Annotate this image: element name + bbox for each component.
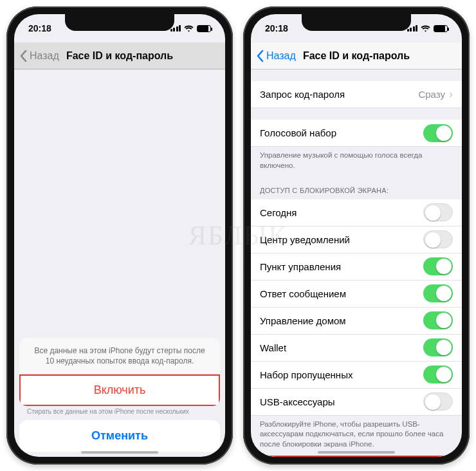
- home-indicator: [81, 451, 158, 454]
- cancel-button[interactable]: Отменить: [19, 420, 220, 452]
- toggle-control[interactable]: [423, 257, 453, 275]
- row-reply[interactable]: Ответ сообщением: [251, 281, 462, 308]
- toggle-reply[interactable]: [423, 284, 453, 302]
- row-today[interactable]: Сегодня: [251, 199, 462, 226]
- status-time: 20:18: [265, 23, 288, 33]
- status-time: 20:18: [28, 23, 51, 33]
- enable-button[interactable]: Включить: [19, 374, 220, 406]
- chevron-left-icon: [256, 50, 264, 62]
- row-erase-data[interactable]: Стирание данных: [251, 456, 462, 457]
- wifi-icon: [421, 25, 430, 32]
- phone-right: 20:18 Назад Face ID и код-пароль Запрос …: [243, 6, 470, 465]
- sheet-message: Все данные на этом iPhone будут стерты п…: [19, 338, 220, 374]
- usb-footer: Разблокируйте iPhone, чтобы разрешить US…: [251, 416, 462, 456]
- notch: [302, 14, 411, 31]
- toggle-wallet[interactable]: [423, 338, 453, 356]
- back-button[interactable]: Назад: [251, 50, 296, 62]
- action-sheet: Все данные на этом iPhone будут стерты п…: [14, 333, 225, 457]
- peek-text: Стирать все данные на этом iPhone после …: [19, 406, 220, 415]
- notch: [65, 14, 174, 31]
- toggle-home[interactable]: [423, 311, 453, 329]
- toggle-voice[interactable]: [423, 124, 453, 142]
- nav-bar: Назад Face ID и код-пароль: [251, 42, 462, 69]
- chevron-right-icon: ›: [449, 88, 453, 101]
- row-usb[interactable]: USB-аксессуары: [251, 389, 462, 416]
- toggle-today[interactable]: [423, 203, 453, 221]
- row-wallet[interactable]: Wallet: [251, 335, 462, 362]
- battery-icon: [434, 25, 448, 32]
- row-voice-dial[interactable]: Голосовой набор: [251, 120, 462, 147]
- row-passcode-request[interactable]: Запрос код-пароля Сразу›: [251, 81, 462, 108]
- wifi-icon: [184, 25, 194, 32]
- row-missed[interactable]: Набор пропущенных: [251, 362, 462, 389]
- back-button[interactable]: Назад: [14, 50, 59, 62]
- nav-bar: Назад Face ID и код-пароль: [14, 42, 225, 69]
- home-indicator: [318, 451, 395, 454]
- chevron-left-icon: [19, 50, 27, 62]
- voice-footer: Управление музыкой с помощью голоса всег…: [251, 147, 462, 177]
- toggle-notif[interactable]: [423, 230, 453, 248]
- settings-content: Запрос код-пароля Сразу› Голосовой набор…: [251, 69, 462, 457]
- row-control-center[interactable]: Пункт управления: [251, 254, 462, 281]
- toggle-missed[interactable]: [423, 365, 453, 383]
- phone-left: 20:18 Назад Face ID и код-пароль Запрос …: [6, 6, 233, 465]
- lock-access-header: ДОСТУП С БЛОКИРОВКОЙ ЭКРАНА:: [251, 177, 462, 199]
- row-notif-center[interactable]: Центр уведомлений: [251, 226, 462, 254]
- battery-icon: [197, 25, 211, 32]
- toggle-usb[interactable]: [423, 392, 453, 411]
- row-home[interactable]: Управление домом: [251, 308, 462, 335]
